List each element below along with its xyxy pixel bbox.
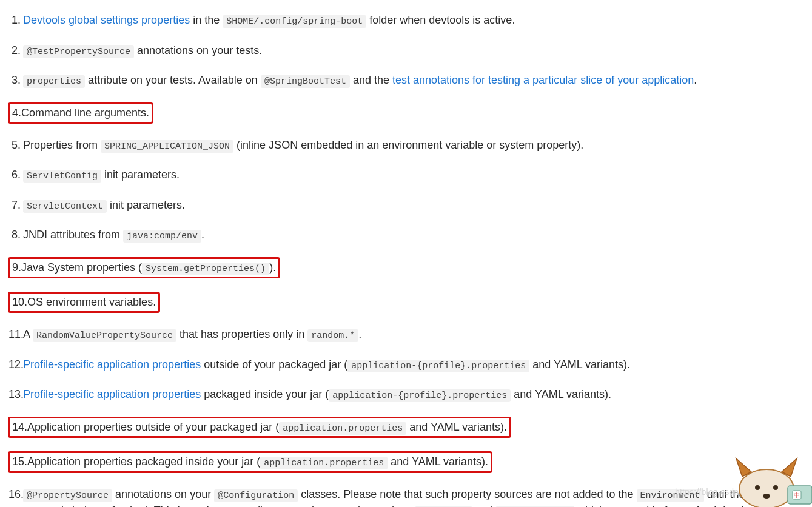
property-source-list: Devtools global settings properties in t… — [5, 12, 807, 507]
highlight-box: 15. Application properties packaged insi… — [8, 451, 492, 473]
doc-link[interactable]: Profile-specific application properties — [23, 388, 201, 400]
doc-link[interactable]: Profile-specific application properties — [23, 358, 201, 371]
list-item: @TestPropertySource annotations on your … — [23, 42, 807, 59]
list-item: Profile-specific application properties … — [23, 386, 807, 403]
highlight-box: 9. Java System properties (System.getPro… — [8, 257, 280, 279]
inline-code: application.properties — [260, 457, 388, 469]
list-item: Devtools global settings properties in t… — [23, 12, 807, 29]
doc-link[interactable]: test annotations for testing a particula… — [392, 74, 694, 86]
inline-code: application-{profile}.properties — [329, 389, 511, 402]
inline-code: @SpringBootTest — [261, 75, 350, 88]
list-item: ServletContext init parameters. — [23, 197, 807, 214]
list-number: 14. — [12, 419, 27, 435]
inline-code: @Configuration — [214, 489, 298, 502]
inline-code: random.* — [307, 329, 358, 342]
list-number: 4. — [12, 105, 21, 121]
doc-link[interactable]: Devtools global settings properties — [23, 14, 190, 26]
highlight-box: 4. Command line arguments. — [8, 102, 153, 124]
list-item: ServletConfig init parameters. — [23, 167, 807, 184]
inline-code: @TestPropertySource — [23, 45, 134, 58]
list-item: A RandomValuePropertySource that has pro… — [23, 326, 807, 343]
inline-code: application-{profile}.properties — [347, 360, 529, 372]
list-item: 4. Command line arguments. — [23, 102, 807, 124]
list-item: 15. Application properties packaged insi… — [23, 451, 807, 473]
inline-code: java:comp/env — [123, 230, 201, 243]
list-number: 15. — [12, 454, 27, 470]
list-item: 10. OS environment variables. — [23, 292, 807, 313]
inline-code: $HOME/.config/spring-boot — [223, 15, 366, 28]
inline-code: SPRING_APPLICATION_JSON — [101, 140, 233, 153]
list-item: 9. Java System properties (System.getPro… — [23, 257, 807, 279]
highlight-box: 14. Application properties outside of yo… — [8, 417, 511, 438]
inline-code: application.properties — [279, 422, 406, 435]
list-number: 9. — [12, 260, 21, 276]
list-item: 14. Application properties outside of yo… — [23, 417, 807, 438]
list-item: JNDI attributes from java:comp/env. — [23, 227, 807, 244]
inline-code: @PropertySource — [23, 489, 112, 502]
list-number: 10. — [12, 294, 27, 311]
inline-code: RandomValuePropertySource — [33, 329, 176, 342]
inline-code: ServletContext — [23, 200, 107, 213]
watermark-text: https://blog.csdn.net/mythal — [675, 486, 782, 499]
inline-code: System.getProperties() — [142, 263, 269, 275]
list-item: properties attribute on your tests. Avai… — [23, 72, 807, 89]
inline-code: ServletConfig — [23, 170, 101, 183]
list-item: Properties from SPRING_APPLICATION_JSON … — [23, 137, 807, 154]
inline-code: properties — [23, 75, 85, 88]
highlight-box: 10. OS environment variables. — [8, 292, 160, 313]
list-item: Profile-specific application properties … — [23, 357, 807, 374]
